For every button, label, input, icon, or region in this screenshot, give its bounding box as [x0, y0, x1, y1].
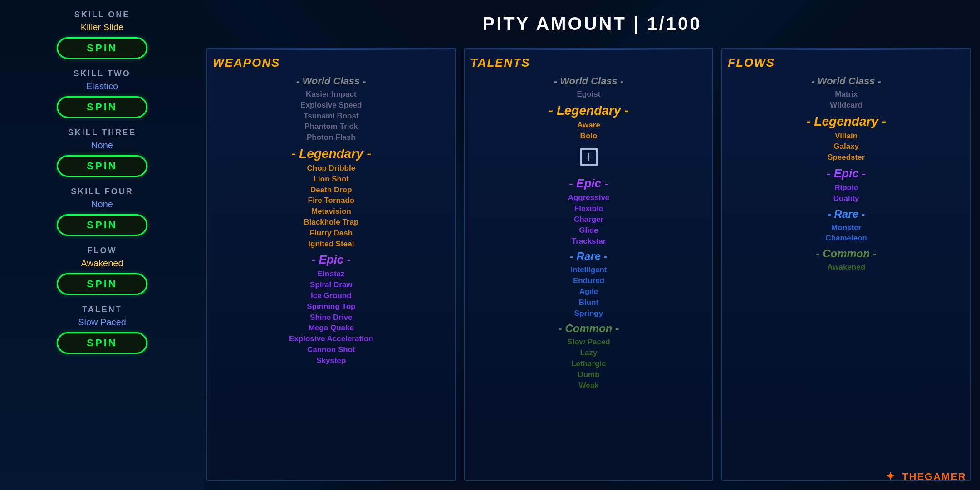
weapons-wc-item: Phantom Trick — [213, 121, 450, 132]
crosshair-icon — [580, 148, 598, 166]
skill-block-5: TALENTSlow PacedSPIN — [0, 299, 204, 358]
flows-common-heading: - Common - — [728, 247, 965, 260]
talents-epic-heading: - Epic - — [470, 176, 707, 191]
weapons-wc-heading: - World Class - — [213, 75, 450, 87]
weapons-epic-item: Ice Ground — [213, 290, 450, 301]
talents-wc-heading: - World Class - — [470, 75, 707, 87]
flows-legendary-item: Speedster — [728, 152, 965, 163]
weapons-legendary-item: Blackhole Trap — [213, 217, 450, 228]
skill-block-0: SKILL ONEKiller SlideSPIN — [0, 5, 204, 64]
talents-panel: TALENTS - World Class - Egoist - Legenda… — [464, 48, 714, 481]
talents-legendary-heading: - Legendary - — [470, 103, 707, 118]
talents-epic-item: Glide — [470, 225, 707, 236]
skill-label-3: SKILL FOUR — [71, 187, 133, 196]
talents-common-item: Slow Paced — [470, 337, 707, 348]
flows-rare-item: Monster — [728, 222, 965, 233]
skill-label-1: SKILL TWO — [74, 69, 131, 78]
spin-button-4[interactable]: SPIN — [57, 273, 147, 295]
flows-rare-heading: - Rare - — [728, 208, 965, 220]
weapons-legendary-heading: - Legendary - — [213, 147, 450, 161]
skill-value-2: None — [91, 140, 113, 151]
skill-value-0: Killer Slide — [81, 22, 123, 33]
talents-common-item: Lazy — [470, 348, 707, 358]
weapons-epic-item: Einstaz — [213, 269, 450, 279]
watermark-text: THEGAMER — [902, 471, 966, 482]
talents-epic-item: Charger — [470, 214, 707, 225]
skill-block-2: SKILL THREENoneSPIN — [0, 122, 204, 181]
talents-common-item: Weak — [470, 380, 707, 391]
watermark: ✦ THEGAMER — [886, 470, 966, 483]
skill-value-4: Awakened — [81, 258, 123, 269]
flows-epic-item: Duality — [728, 193, 965, 204]
flows-legendary-item: Villain — [728, 131, 965, 142]
flows-panel: FLOWS - World Class - Matrix Wildcard - … — [721, 48, 971, 481]
weapons-legendary-item: Lion Shot — [213, 174, 450, 185]
skill-block-4: FLOWAwakenedSPIN — [0, 240, 204, 299]
weapons-legendary-item: Ignited Steal — [213, 239, 450, 250]
talents-epic-item: Aggressive — [470, 192, 707, 203]
watermark-icon: ✦ — [886, 470, 896, 483]
skill-block-1: SKILL TWOElasticoSPIN — [0, 64, 204, 122]
flows-wc-heading: - World Class - — [728, 75, 965, 87]
skill-label-0: SKILL ONE — [74, 10, 130, 20]
weapons-epic-item: Skystep — [213, 355, 450, 366]
weapons-legendary-item: Flurry Dash — [213, 228, 450, 239]
weapons-title: WEAPONS — [213, 56, 450, 70]
talents-common-item: Dumb — [470, 369, 707, 380]
spin-button-2[interactable]: SPIN — [57, 155, 147, 177]
talents-rare-item: Endured — [470, 275, 707, 286]
flows-common-item: Awakened — [728, 262, 965, 273]
flows-wc-item: Matrix — [728, 89, 965, 100]
weapons-epic-item: Explosive Acceleration — [213, 333, 450, 344]
skill-label-2: SKILL THREE — [68, 128, 137, 137]
weapons-legendary-item: Metavision — [213, 206, 450, 217]
skill-value-3: None — [91, 199, 113, 210]
weapons-panel: WEAPONS - World Class - Kasier Impact Ex… — [206, 48, 456, 481]
skill-block-3: SKILL FOURNoneSPIN — [0, 181, 204, 240]
cursor-area — [470, 141, 707, 173]
talents-epic-item: Flexible — [470, 203, 707, 214]
weapons-epic-item: Spinning Top — [213, 301, 450, 312]
weapons-epic-item: Spiral Draw — [213, 279, 450, 290]
talents-common-item: Lethargic — [470, 358, 707, 369]
flows-legendary-item: Galaxy — [728, 141, 965, 152]
skill-value-1: Elastico — [86, 81, 118, 92]
talents-rare-heading: - Rare - — [470, 250, 707, 263]
weapons-legendary-item: Fire Tornado — [213, 195, 450, 206]
talents-rare-item: Blunt — [470, 297, 707, 308]
flows-wc-item: Wildcard — [728, 100, 965, 111]
talents-rare-item: Springy — [470, 308, 707, 319]
spin-button-0[interactable]: SPIN — [57, 37, 147, 59]
weapons-wc-item: Photon Flash — [213, 132, 450, 143]
pity-header: PITY AMOUNT | 1/100 — [204, 14, 980, 34]
panels-container: WEAPONS - World Class - Kasier Impact Ex… — [206, 48, 971, 481]
left-panel: SKILL ONEKiller SlideSPINSKILL TWOElasti… — [0, 0, 204, 490]
spin-button-5[interactable]: SPIN — [57, 332, 147, 354]
talents-common-heading: - Common - — [470, 322, 707, 335]
flows-epic-item: Ripple — [728, 182, 965, 193]
weapons-epic-item: Shine Drive — [213, 312, 450, 323]
flows-epic-heading: - Epic - — [728, 167, 965, 181]
talents-epic-item: Trackstar — [470, 236, 707, 247]
talents-rare-item: Intelligent — [470, 265, 707, 275]
spin-button-3[interactable]: SPIN — [57, 214, 147, 236]
talents-wc-item: Egoist — [470, 89, 707, 100]
weapons-legendary-item: Death Drop — [213, 185, 450, 196]
weapons-wc-item: Tsunami Boost — [213, 111, 450, 122]
skill-value-5: Slow Paced — [78, 317, 126, 328]
spin-button-1[interactable]: SPIN — [57, 96, 147, 118]
weapons-epic-item: Mega Quake — [213, 323, 450, 333]
flows-legendary-heading: - Legendary - — [728, 114, 965, 129]
talents-rare-item: Agile — [470, 286, 707, 297]
weapons-epic-item: Cannon Shot — [213, 344, 450, 355]
weapons-epic-heading: - Epic - — [213, 253, 450, 267]
talents-title: TALENTS — [470, 56, 707, 70]
weapons-legendary-item: Chop Dribble — [213, 163, 450, 174]
weapons-wc-item: Kasier Impact — [213, 89, 450, 100]
flows-rare-item: Chameleon — [728, 233, 965, 244]
flows-title: FLOWS — [728, 56, 965, 70]
skill-label-4: FLOW — [88, 246, 117, 255]
talents-legendary-item: Bolo — [470, 131, 707, 142]
weapons-wc-item: Explosive Speed — [213, 100, 450, 111]
talents-legendary-item: Aware — [470, 120, 707, 131]
